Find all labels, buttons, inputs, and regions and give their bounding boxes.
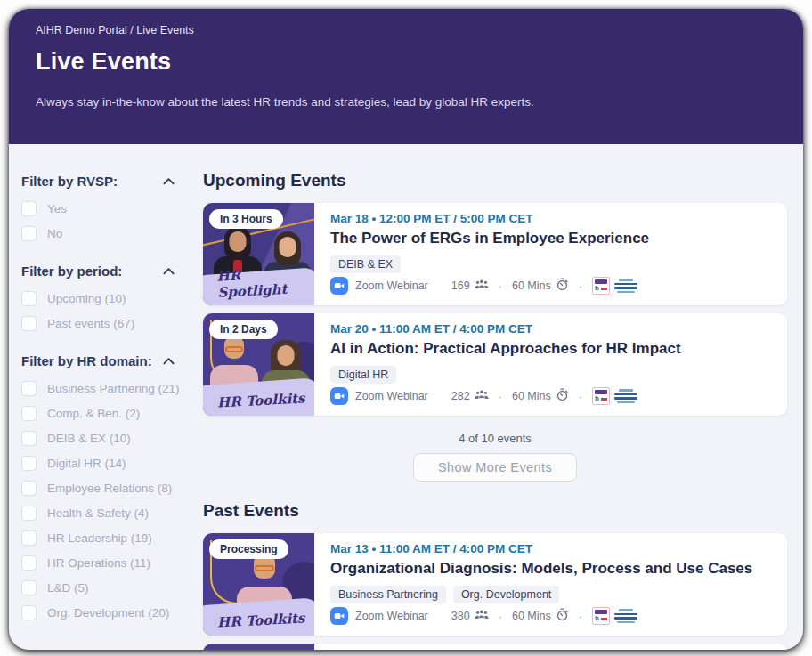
filter-domain-title: Filter by HR domain: xyxy=(21,353,152,368)
duration-label: 60 Mins xyxy=(512,279,551,292)
status-badge: In 2 Days xyxy=(209,320,278,339)
filter-item-digital-hr[interactable]: Digital HR (14) xyxy=(21,456,180,471)
event-title[interactable]: The Power of ERGs in Employee Experience xyxy=(330,230,773,247)
checkbox[interactable] xyxy=(21,555,37,571)
attendees-icon xyxy=(475,609,489,623)
filter-item-no[interactable]: No xyxy=(21,226,180,241)
filter-rvsp-header[interactable]: Filter by RVSP: xyxy=(21,173,180,189)
series-label: HR Spotlight xyxy=(216,263,314,301)
checkbox[interactable] xyxy=(21,291,37,306)
filter-item-yes[interactable]: Yes xyxy=(21,201,180,216)
filter-item-hr-operations[interactable]: HR Operations (11) xyxy=(21,555,180,571)
shrm-badge-icon xyxy=(614,389,637,404)
checkbox[interactable] xyxy=(21,381,37,396)
separator-dot: · xyxy=(499,390,502,403)
filter-item-deib-ex[interactable]: DEIB & EX (10) xyxy=(21,431,180,446)
filter-label: Employee Relations (8) xyxy=(47,482,172,495)
filter-period-header[interactable]: Filter by period: xyxy=(21,263,180,279)
filter-section-period: Filter by period: Upcoming (10) Past eve… xyxy=(21,263,180,331)
event-card[interactable]: Processing HR Toolkits Mar 13 • 11:00 AM… xyxy=(203,533,787,636)
duration-icon xyxy=(556,278,569,294)
filter-item-comp-ben[interactable]: Comp. & Ben. (2) xyxy=(21,406,180,421)
page-subtitle: Always stay in-the-know about the latest… xyxy=(36,95,776,109)
event-thumbnail xyxy=(203,644,314,650)
breadcrumb[interactable]: AIHR Demo Portal / Live Events xyxy=(36,24,776,36)
filter-rvsp-title: Filter by RVSP: xyxy=(21,174,118,189)
event-thumbnail: In 3 Hours HR Spotlight xyxy=(203,203,314,305)
domain-tag: Digital HR xyxy=(330,366,396,384)
checkbox[interactable] xyxy=(21,226,37,241)
filter-period-title: Filter by period: xyxy=(21,263,122,279)
event-card-partial[interactable] xyxy=(203,644,787,650)
event-card[interactable]: In 3 Hours HR Spotlight Mar 18 • 12:00 P… xyxy=(203,203,787,305)
filters-sidebar: Filter by RVSP: Yes No Filter by period: xyxy=(9,144,192,650)
checkbox[interactable] xyxy=(21,481,37,496)
domain-tag: Business Partnering xyxy=(330,586,446,603)
separator-dot: · xyxy=(579,610,582,623)
checkbox[interactable] xyxy=(21,456,37,471)
status-badge: Processing xyxy=(209,539,288,559)
duration-label: 60 Mins xyxy=(512,390,551,402)
separator-dot: · xyxy=(499,610,502,623)
platform-label: Zoom Webinar xyxy=(355,279,428,292)
filter-label: Past events (67) xyxy=(47,317,134,330)
filter-section-rvsp: Filter by RVSP: Yes No xyxy=(21,173,180,241)
platform-label: Zoom Webinar xyxy=(355,390,428,402)
filter-item-org-development[interactable]: Org. Development (20) xyxy=(21,605,180,620)
filter-item-ld[interactable]: L&D (5) xyxy=(21,580,180,595)
zoom-icon xyxy=(330,277,348,295)
show-more-events-button[interactable]: Show More Events xyxy=(413,453,577,482)
event-title[interactable]: Organizational Diagnosis: Models, Proces… xyxy=(330,560,773,578)
shrm-badge-icon xyxy=(614,609,637,624)
checkbox[interactable] xyxy=(21,506,37,521)
filter-item-past-events[interactable]: Past events (67) xyxy=(21,316,180,331)
checkbox[interactable] xyxy=(21,201,37,216)
page-header: AIHR Demo Portal / Live Events Live Even… xyxy=(9,9,803,144)
event-datetime: Mar 18 • 12:00 PM ET / 5:00 PM CET xyxy=(330,212,773,225)
attendees-icon xyxy=(475,389,489,403)
chevron-up-icon[interactable] xyxy=(163,352,175,368)
separator-dot: · xyxy=(499,279,502,293)
hrci-badge-icon: h xyxy=(592,387,610,405)
filter-item-employee-relations[interactable]: Employee Relations (8) xyxy=(21,481,180,496)
filter-label: L&D (5) xyxy=(47,581,89,595)
separator-dot: · xyxy=(579,279,582,293)
duration-label: 60 Mins xyxy=(512,610,551,622)
checkbox[interactable] xyxy=(21,530,37,546)
zoom-icon xyxy=(330,387,348,405)
filter-label: No xyxy=(47,227,62,240)
separator-dot: · xyxy=(579,390,582,403)
filter-label: Business Partnering (21) xyxy=(47,382,180,395)
filter-item-upcoming[interactable]: Upcoming (10) xyxy=(21,291,180,306)
event-datetime: Mar 13 • 11:00 AM ET / 4:00 PM CET xyxy=(330,542,773,555)
filter-label: Digital HR (14) xyxy=(47,457,126,470)
status-badge: In 3 Hours xyxy=(209,209,283,229)
filter-domain-header[interactable]: Filter by HR domain: xyxy=(21,352,180,368)
event-thumbnail: Processing HR Toolkits xyxy=(203,533,314,636)
domain-tag: DEIB & EX xyxy=(330,255,401,273)
checkbox[interactable] xyxy=(21,580,37,595)
event-card[interactable]: In 2 Days HR Toolkits Mar 20 • 11:00 AM … xyxy=(203,313,787,416)
checkbox[interactable] xyxy=(21,431,37,446)
filter-label: Comp. & Ben. (2) xyxy=(47,407,140,420)
filter-item-hr-leadership[interactable]: HR Leadership (19) xyxy=(21,530,180,546)
filter-label: Upcoming (10) xyxy=(47,292,126,305)
domain-tag: Org. Development xyxy=(453,586,559,603)
filter-item-business-partnering[interactable]: Business Partnering (21) xyxy=(21,381,180,396)
shrm-badge-icon xyxy=(614,279,637,294)
event-title[interactable]: AI in Action: Practical Approaches for H… xyxy=(330,340,773,358)
filter-label: DEIB & EX (10) xyxy=(47,432,131,445)
filter-label: Org. Development (20) xyxy=(47,606,169,620)
checkbox[interactable] xyxy=(21,406,37,421)
chevron-up-icon[interactable] xyxy=(163,263,175,279)
upcoming-events-heading: Upcoming Events xyxy=(203,171,787,190)
duration-icon xyxy=(556,388,569,404)
hrci-badge-icon: h xyxy=(592,277,610,295)
checkbox[interactable] xyxy=(21,605,37,620)
filter-label: HR Leadership (19) xyxy=(47,531,152,545)
filter-item-health-safety[interactable]: Health & Safety (4) xyxy=(21,506,180,521)
event-datetime: Mar 20 • 11:00 AM ET / 4:00 PM CET xyxy=(330,322,773,336)
chevron-up-icon[interactable] xyxy=(163,173,175,189)
checkbox[interactable] xyxy=(21,316,37,331)
app-window: AIHR Demo Portal / Live Events Live Even… xyxy=(9,9,803,650)
